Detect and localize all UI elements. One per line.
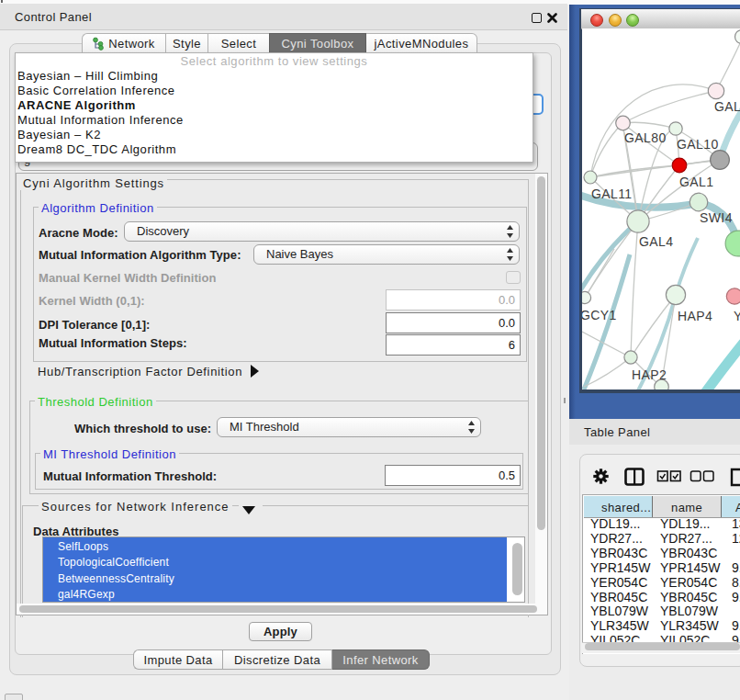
svg-text:GAL2: GAL2 <box>714 99 740 114</box>
svg-text:HAP2: HAP2 <box>632 367 667 382</box>
svg-text:SWI4: SWI4 <box>700 210 733 225</box>
svg-text:GAL10: GAL10 <box>677 137 719 152</box>
svg-text:HAP4: HAP4 <box>678 309 712 323</box>
svg-text:GAL80: GAL80 <box>624 130 667 145</box>
svg-text:GAL11: GAL11 <box>591 186 633 201</box>
svg-text:GAL4: GAL4 <box>639 234 673 249</box>
svg-text:GCY1: GCY1 <box>582 308 617 322</box>
svg-text:GAL1: GAL1 <box>679 175 713 189</box>
svg-text:Y: Y <box>734 309 740 323</box>
